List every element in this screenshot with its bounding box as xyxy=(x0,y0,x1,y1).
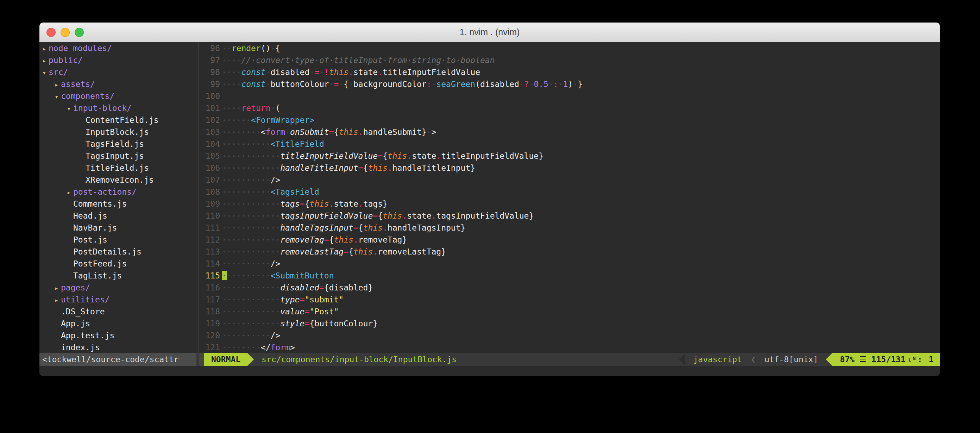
disclosure-triangle-icon[interactable]: ▸ xyxy=(54,282,61,294)
tree-item-navbar-js[interactable]: NavBar.js xyxy=(40,222,199,234)
statusbar-gap xyxy=(196,353,199,366)
code-line-99[interactable]: 99····const·buttonColour·=·{·backgroundC… xyxy=(200,78,940,90)
tree-item-postfeed-js[interactable]: PostFeed.js xyxy=(40,258,199,270)
tree-item-pages[interactable]: ▸pages/ xyxy=(40,282,199,294)
code-line-104[interactable]: 104··········<TitleField xyxy=(200,138,940,150)
code-token: · xyxy=(285,127,290,137)
tree-item-ds-store[interactable]: .DS_Store xyxy=(40,306,199,318)
code-line-119[interactable]: 119············style={buttonColour} xyxy=(200,318,940,330)
code-token: = xyxy=(324,235,329,244)
tree-item-tagsfield-js[interactable]: TagsField.js xyxy=(40,138,199,150)
code-token: "submit" xyxy=(304,295,344,304)
tree-item-app-test-js[interactable]: App.test.js xyxy=(40,330,199,341)
code-token: ·· xyxy=(222,44,232,53)
disclosure-triangle-icon[interactable]: ▾ xyxy=(42,67,49,78)
zoom-button[interactable] xyxy=(75,28,84,37)
line-number: 107 xyxy=(200,174,220,186)
window-vertical-separator[interactable] xyxy=(199,42,199,353)
code-editor[interactable]: 96··render()·{97····//·convert·type·of·t… xyxy=(200,42,940,353)
code-line-117[interactable]: 117············type="submit" xyxy=(200,294,940,306)
code-token: : xyxy=(554,80,558,89)
code-token: ············ xyxy=(222,283,280,292)
disclosure-triangle-icon[interactable]: ▸ xyxy=(54,78,61,91)
code-line-103[interactable]: 103········<form·onSubmit={this.handleSu… xyxy=(200,126,940,138)
tree-item-src[interactable]: ▾src/ xyxy=(40,66,199,78)
code-token: · xyxy=(329,80,334,89)
tree-item-components[interactable]: ▾components/ xyxy=(40,90,199,102)
tree-item-titlefield-js[interactable]: TitleField.js xyxy=(40,162,199,174)
code-token: { xyxy=(329,235,334,244)
minimize-button[interactable] xyxy=(60,28,70,37)
code-token: ! xyxy=(324,68,329,77)
code-line-107[interactable]: 107··········/> xyxy=(200,174,940,186)
tree-item-public[interactable]: ▸public/ xyxy=(40,54,199,66)
code-token: = xyxy=(304,307,309,316)
code-line-121[interactable]: 121········</form> xyxy=(200,341,940,353)
tree-item-contentfield-js[interactable]: ContentField.js xyxy=(40,114,199,126)
close-button[interactable] xyxy=(46,28,56,37)
code-token: state xyxy=(334,199,358,209)
code-line-120[interactable]: 120··········/> xyxy=(200,330,940,341)
tree-item-postdetails-js[interactable]: PostDetails.js xyxy=(40,246,199,258)
disclosure-triangle-icon[interactable]: ▸ xyxy=(67,186,73,198)
code-line-102[interactable]: 102······<FormWrapper> xyxy=(200,114,940,126)
tree-item-node-modules[interactable]: ▸node_modules/ xyxy=(40,42,199,54)
tree-item-index-js[interactable]: index.js xyxy=(40,341,199,353)
code-token: value xyxy=(280,307,304,316)
code-token: = xyxy=(329,127,334,137)
line-number: 99 xyxy=(200,78,220,90)
code-token: { xyxy=(348,247,353,256)
code-token: · xyxy=(319,68,324,77)
code-line-108[interactable]: 108··········<TagsField xyxy=(200,186,940,198)
tree-item-utilities[interactable]: ▸utilities/ xyxy=(40,294,199,306)
tree-item-inputblock-js[interactable]: InputBlock.js xyxy=(40,126,199,138)
window-titlebar[interactable]: 1. nvim . (nvim) xyxy=(40,22,940,42)
code-line-101[interactable]: 101····return·( xyxy=(200,102,940,114)
code-line-109[interactable]: 109············tags={this.state.tags} xyxy=(200,198,940,210)
code-token: } xyxy=(578,80,582,89)
code-line-111[interactable]: 111············handleTagsInput={this.han… xyxy=(200,222,940,234)
tree-item-input-block[interactable]: ▾input-block/ xyxy=(40,102,199,114)
code-line-96[interactable]: 96··render()·{ xyxy=(200,42,940,54)
code-line-116[interactable]: 116············disabled={disabled} xyxy=(200,282,940,294)
code-token: . xyxy=(353,235,358,244)
code-line-100[interactable]: 100 xyxy=(200,90,940,102)
powerline-arrow-icon xyxy=(679,353,686,366)
tree-item-tagsinput-js[interactable]: TagsInput.js xyxy=(40,150,199,162)
code-line-118[interactable]: 118············value="Post" xyxy=(200,306,940,318)
code-line-106[interactable]: 106············handleTitleInput={this.ha… xyxy=(200,162,940,174)
code-line-110[interactable]: 110············tagsInputFieldValue={this… xyxy=(200,210,940,222)
code-token: ·········· xyxy=(222,259,270,268)
tree-item-xremoveicon-js[interactable]: XRemoveIcon.js xyxy=(40,174,199,186)
tree-item-post-actions[interactable]: ▸post-actions/ xyxy=(40,186,199,198)
code-line-113[interactable]: 113············removeLastTag={this.remov… xyxy=(200,246,940,258)
code-line-98[interactable]: 98····const·disabled·=·!this.state.title… xyxy=(200,66,940,78)
tree-item-post-js[interactable]: Post.js xyxy=(40,234,199,246)
line-number: 115 xyxy=(200,270,220,282)
statusbar-spacer xyxy=(457,353,679,366)
code-line-114[interactable]: 114··········/> xyxy=(200,258,940,270)
code-token: /> xyxy=(270,259,280,268)
code-line-112[interactable]: 112············removeTag={this.removeTag… xyxy=(200,234,940,246)
code-line-97[interactable]: 97····//·convert·type·of·titleInput·from… xyxy=(200,54,940,66)
code-line-105[interactable]: 105············titleInputFieldValue={thi… xyxy=(200,150,940,162)
disclosure-triangle-icon[interactable]: ▸ xyxy=(42,54,49,67)
tree-item-taglist-js[interactable]: TagList.js xyxy=(40,270,199,282)
code-token: · xyxy=(529,80,534,89)
code-line-115[interactable]: 115··········<SubmitButton xyxy=(200,270,940,282)
disclosure-triangle-icon[interactable]: ▸ xyxy=(42,43,49,54)
disclosure-triangle-icon[interactable]: ▾ xyxy=(67,102,73,115)
disclosure-triangle-icon[interactable]: ▸ xyxy=(54,294,61,306)
code-token: handleTitleInput} xyxy=(393,163,475,172)
directory-label: post-actions/ xyxy=(73,187,137,196)
tree-item-app-js[interactable]: App.js xyxy=(40,318,199,330)
code-token: removeTag xyxy=(280,235,324,244)
disclosure-triangle-icon[interactable]: ▾ xyxy=(54,91,61,102)
code-token: form xyxy=(270,343,290,352)
encoding-label: utf-8[unix] xyxy=(757,353,826,366)
tree-item-head-js[interactable]: Head.js xyxy=(40,210,199,222)
code-token: · xyxy=(309,68,314,77)
powerline-thin-separator-icon: ❮ xyxy=(751,353,756,366)
tree-item-comments-js[interactable]: Comments.js xyxy=(40,198,199,210)
tree-item-assets[interactable]: ▸assets/ xyxy=(40,78,199,90)
